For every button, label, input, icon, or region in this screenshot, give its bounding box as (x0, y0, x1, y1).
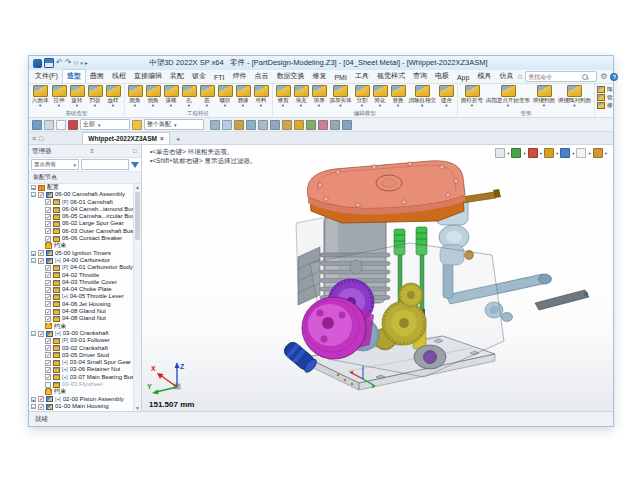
visibility-checkbox[interactable]: ✓ (38, 250, 44, 256)
visibility-checkbox[interactable]: ✓ (45, 228, 51, 234)
tree-row[interactable]: ✓[+]03-04 Small Spur Gear (29, 359, 134, 366)
tree-node-label[interactable]: 03-07 Main Bearing Bush (70, 374, 134, 381)
tree-row[interactable]: 约束 (29, 242, 134, 249)
menu-tab-点云[interactable]: 点云 (250, 70, 272, 83)
ribbon-button-缠绕阵列到面[interactable]: 缠绕阵列到面▾ (557, 85, 592, 108)
menu-tab-直接编辑[interactable]: 直接编辑 (130, 70, 166, 83)
visibility-checkbox[interactable]: ✓ (45, 287, 51, 293)
ribbon-button-填充[interactable]: 填充▾ (293, 85, 310, 108)
tree-row[interactable]: ✓04-06 Jet Housing (29, 301, 134, 308)
visibility-checkbox[interactable]: ✓ (45, 294, 51, 300)
tree-node-label[interactable]: 04-08 Gland Nut (62, 315, 106, 322)
menu-tab-视觉样式[interactable]: 视觉样式 (373, 70, 409, 83)
tree-node-label[interactable]: 06-00 Camshaft Assembly (55, 191, 125, 198)
visibility-checkbox[interactable]: ✓ (45, 338, 51, 344)
menu-tab-焊件[interactable]: 焊件 (228, 70, 250, 83)
tree-node-label[interactable]: 04-01 Carburettor Body (70, 264, 133, 271)
ribbon-button-拔模[interactable]: 拔模▾ (163, 85, 180, 108)
visibility-checkbox[interactable]: ✓ (45, 345, 51, 351)
ribbon-button-六面体[interactable]: 六面体▾ (31, 85, 50, 108)
quickbar-dropdown-icon[interactable]: ▾ (80, 59, 83, 67)
tree-row[interactable]: ✓04-03 Throttle Cover (29, 279, 134, 286)
filter-funnel-icon[interactable] (131, 162, 139, 168)
graphics-viewport[interactable]: •<单击右键> 环境相关选项。 •<Shift+鼠标右键> 显示选择过滤器。 ▾… (142, 145, 613, 411)
home-icon[interactable]: ⌂ (517, 73, 522, 81)
model-part-rocker-bar[interactable] (535, 290, 589, 310)
ribbon-button-扫掠[interactable]: 扫掠▾ (87, 85, 104, 108)
visibility-checkbox[interactable]: ✓ (38, 331, 44, 337)
tree-filter-select[interactable]: 显示所有 ▾ (31, 159, 79, 170)
tree-node-label[interactable]: 约束 (54, 242, 66, 249)
tree-node-label[interactable]: 06-02 Large Spur Gear (62, 220, 124, 227)
document-tab-active[interactable]: Whippet-2022XZ3ASM × (82, 132, 169, 144)
menu-tab-装配[interactable]: 装配 (166, 70, 188, 83)
ribbon-button-筋[interactable]: 筋▾ (199, 85, 216, 108)
visibility-checkbox[interactable]: ✓ (45, 280, 51, 286)
visibility-checkbox[interactable]: ✓ (38, 404, 44, 410)
ribbon-button-简化[interactable]: 简化▾ (372, 85, 389, 108)
tree-row[interactable]: +✓[+]02-00 Piston Assembly (29, 396, 134, 403)
ghost-display-icon[interactable] (222, 120, 232, 130)
tree-row[interactable]: ✓[P]03-01 Follower (29, 337, 134, 344)
menu-tab-电极[interactable]: 电极 (431, 70, 453, 83)
tree-row[interactable]: ✓[+]03-07 Main Bearing Bush (29, 374, 134, 381)
scope-select[interactable]: 整个装配▾ (144, 119, 204, 130)
tree-node-label[interactable]: 04-05 Throttle Lever (70, 293, 124, 300)
tree-node-label[interactable]: 06-01 Camshaft (70, 199, 113, 206)
tree-node-label[interactable]: 03-03 Flywheel (62, 381, 103, 388)
menu-tab-钣金[interactable]: 钣金 (188, 70, 210, 83)
visibility-checkbox[interactable]: ✓ (45, 309, 51, 315)
tab-list-icon[interactable]: ≡ (32, 134, 36, 144)
refresh-circle-icon[interactable]: ○ (73, 59, 78, 67)
tree-row[interactable]: ✓[P]06-01 Camshaft (29, 199, 134, 206)
tree-row[interactable]: ✓06-03 Outer Camshaft Bush (29, 228, 134, 235)
tree-search-input[interactable] (81, 159, 129, 170)
menu-tab-造型[interactable]: 造型 (62, 69, 86, 83)
tree-row[interactable]: −✓[+]04-00 Carburettor (29, 257, 134, 264)
tree-node-label[interactable]: 04-06 Jet Housing (62, 301, 111, 308)
tree-node-label[interactable]: 03-05 Driver Stud (62, 352, 109, 359)
tree-node-label[interactable]: 04-03 Throttle Cover (62, 279, 117, 286)
material-flag-icon[interactable] (68, 120, 78, 130)
tree-node-label[interactable]: 03-06 Retainer Nut (70, 366, 121, 373)
tree-row[interactable]: −✓[+]03-00 Crankshaft (29, 330, 134, 337)
visibility-checkbox[interactable]: ✓ (38, 258, 44, 264)
circle-tool-icon[interactable] (56, 120, 66, 130)
tree-node-label[interactable]: 02-00 Piston Assembly (63, 396, 124, 403)
help-icon[interactable]: ? (610, 73, 618, 81)
tree-row[interactable]: ✓03-02 Crankshaft (29, 345, 134, 352)
tree-row[interactable]: ✓06-04 Camsh...iamond Bush (29, 206, 134, 213)
tree-node-label[interactable]: 约束 (54, 388, 66, 395)
visibility-checkbox[interactable]: ✓ (45, 316, 51, 322)
ribbon-button-唇缘[interactable]: 唇缘▾ (235, 85, 252, 108)
section-view-icon[interactable] (234, 120, 244, 130)
ribbon-button-缝合[interactable]: 缝合▾ (438, 85, 455, 108)
ribbon-button-消除自相交[interactable]: 消除自相交▾ (408, 85, 438, 108)
tree-row[interactable]: ✓[+]04-05 Throttle Lever (29, 293, 134, 300)
visibility-checkbox[interactable]: ✓ (45, 236, 51, 242)
menu-tab-PMI[interactable]: PMI (330, 73, 350, 83)
tree-row[interactable]: ✓06-05 Camsha...ircular Bush (29, 213, 134, 220)
redo-icon[interactable]: ↷ (65, 59, 72, 67)
tree-node-label[interactable]: 配置 (47, 184, 59, 191)
tree-node-label[interactable]: 约束 (54, 323, 66, 330)
ribbon-button-圆柱折弯[interactable]: 圆柱折弯▾ (460, 85, 484, 108)
ribbon-button-加厚[interactable]: 加厚▾ (311, 85, 328, 108)
tree-column-header[interactable]: 装配节点 (29, 172, 141, 184)
menu-tab-曲面[interactable]: 曲面 (86, 70, 108, 83)
visibility-checkbox[interactable]: ✓ (45, 265, 51, 271)
ribbon-button-螺纹[interactable]: 螺纹▾ (217, 85, 234, 108)
tree-row[interactable]: ✓04-08 Gland Nut (29, 315, 134, 322)
tree-row[interactable]: ✓04-08 Gland Nut (29, 308, 134, 315)
tree-node-label[interactable]: 01-01 Cylinder Head (70, 410, 125, 411)
menu-tab-App[interactable]: App (453, 73, 473, 83)
tree-node-label[interactable]: 04-08 Gland Nut (62, 308, 106, 315)
tree-row[interactable]: +配置 (29, 184, 134, 191)
manager-dock-icon[interactable]: □ (132, 148, 138, 154)
material-box-icon[interactable] (544, 148, 554, 158)
ribbon-button-倒角[interactable]: 倒角▾ (145, 85, 162, 108)
datum-plane-icon[interactable] (246, 120, 256, 130)
tree-node-label[interactable]: 04-04 Choke Plate (62, 286, 112, 293)
tree-node-label[interactable]: 06-04 Camsh...iamond Bush (62, 206, 134, 213)
tree-row[interactable]: ✓[+]03-06 Retainer Nut (29, 366, 134, 373)
